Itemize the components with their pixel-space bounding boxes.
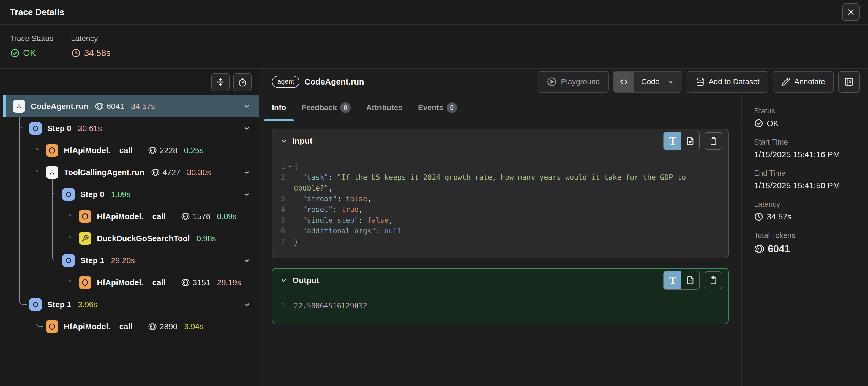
token-count: 3151 (181, 278, 211, 287)
span-name: ToolCallingAgent.run (64, 168, 145, 177)
end-time-group: End Time 1/15/2025 15:41:50 PM (754, 169, 863, 190)
tree-row[interactable]: HfApiModel.__call__15760.09s (3, 205, 259, 228)
output-copy-button[interactable] (705, 271, 722, 289)
row-expand-chevron[interactable] (243, 168, 251, 176)
code-text: "reset": true, (294, 204, 728, 215)
span-latency: 0.09s (217, 212, 237, 221)
model-span-icon (46, 320, 58, 333)
span-name: CodeAgent.run (31, 102, 88, 111)
tree-row[interactable]: Step 030.61s (3, 117, 259, 139)
row-expand-chevron[interactable] (243, 124, 251, 132)
span-name: Step 1 (80, 256, 104, 265)
fold-chevron-icon[interactable] (287, 164, 292, 169)
code-line: 4 "reset": true, (273, 204, 728, 215)
playground-button[interactable]: Playground (538, 71, 609, 92)
panel-toggle-icon (844, 77, 854, 87)
clock-icon (71, 48, 81, 58)
row-expand-chevron[interactable] (243, 256, 251, 265)
span-latency: 0.98s (196, 234, 216, 243)
line-number: 2 (273, 172, 294, 194)
input-card: Input T (272, 129, 729, 258)
tab-feedback[interactable]: Feedback0 (293, 95, 358, 121)
expand-collapse-rows-button[interactable] (211, 73, 229, 91)
span-name: DuckDuckGoSearchTool (97, 234, 190, 243)
trace-latency-label: Latency (71, 34, 111, 43)
tab-events[interactable]: Events0 (410, 95, 465, 121)
tree-row[interactable]: Step 01.09s (3, 183, 259, 205)
titlebar: Trace Details (0, 0, 868, 25)
trace-summary: Trace Status OK Latency 34.58s (0, 25, 868, 69)
code-line: 122.58064516129032 (273, 301, 728, 311)
code-dropdown[interactable]: Code (634, 71, 682, 92)
line-number: 1 (273, 161, 294, 172)
code-text: } (294, 237, 728, 247)
span-name: HfApiModel.__call__ (64, 146, 142, 155)
collapse-input-chevron[interactable] (280, 137, 288, 145)
tab-info[interactable]: Info (264, 95, 293, 121)
total-tokens-group: Total Tokens 6041 (754, 231, 863, 255)
tree-row[interactable]: Step 129.20s (3, 249, 259, 271)
tab-count-badge: 0 (447, 102, 457, 113)
tab-attributes[interactable]: Attributes (358, 95, 410, 121)
code-text: "task": "If the US keeps it 2024 growth … (294, 172, 728, 194)
token-count: 6041 (95, 102, 124, 111)
tree-row[interactable]: HfApiModel.__call__22280.25s (3, 139, 259, 161)
trace-status-stat: Trace Status OK (10, 34, 53, 68)
output-text-mode-button[interactable]: T (664, 271, 681, 289)
panel-toggle-button[interactable] (838, 71, 860, 92)
span-latency: 29.19s (217, 278, 241, 287)
model-span-icon (79, 276, 91, 289)
status-label: Status (754, 107, 863, 115)
tokens-icon (95, 102, 104, 111)
output-card: Output T (272, 268, 729, 324)
input-copy-button[interactable] (705, 132, 722, 150)
span-latency: 30.61s (78, 124, 102, 133)
span-tree-panel: CodeAgent.run604134.57sStep 030.61sHfApi… (0, 69, 259, 386)
tree-row[interactable]: DuckDuckGoSearchTool0.98s (3, 228, 259, 249)
tab-label: Attributes (366, 103, 402, 112)
step-span-icon (62, 188, 75, 201)
code-brackets-icon[interactable] (614, 71, 634, 92)
output-json-mode-button[interactable] (681, 271, 699, 289)
start-time-label: Start Time (754, 138, 863, 146)
tree-toolbar (0, 69, 259, 95)
input-code-block: 1{2 "task": "If the US keeps it 2024 gro… (273, 153, 728, 258)
row-expand-chevron[interactable] (243, 190, 251, 199)
output-title: Output (292, 276, 319, 285)
latency-label: Latency (754, 200, 863, 209)
model-span-icon (79, 210, 91, 223)
stopwatch-icon (238, 77, 247, 87)
tree-row[interactable]: Step 13.96s (3, 294, 259, 316)
total-tokens-label: Total Tokens (754, 231, 863, 240)
step-span-icon (62, 254, 75, 267)
add-to-dataset-button[interactable]: Add to Dataset (687, 71, 768, 92)
span-name: Step 0 (80, 190, 104, 199)
row-expand-chevron[interactable] (243, 300, 251, 309)
code-line: 2 "task": "If the US keeps it 2024 growt… (273, 172, 728, 194)
collapse-output-chevron[interactable] (280, 276, 288, 285)
span-latency: 0.25s (184, 146, 204, 155)
text-mode-icon: T (669, 275, 677, 285)
chevron-down-icon (667, 78, 675, 86)
trace-status-value: OK (10, 48, 53, 58)
check-circle-icon (754, 119, 764, 128)
span-header: agent CodeAgent.run Playground (259, 69, 868, 95)
input-json-mode-button[interactable] (681, 132, 699, 150)
close-button[interactable] (842, 3, 860, 21)
tree-row[interactable]: HfApiModel.__call__315129.19s (3, 271, 259, 294)
pencil-icon (782, 77, 790, 86)
row-expand-chevron[interactable] (243, 102, 251, 110)
code-split-button[interactable]: Code (613, 71, 682, 92)
input-text-mode-button[interactable]: T (664, 132, 681, 150)
code-text: { (294, 161, 728, 172)
timing-toggle-button[interactable] (234, 73, 252, 91)
tree-row[interactable]: CodeAgent.run604134.57s (3, 95, 259, 117)
span-title: CodeAgent.run (304, 77, 364, 86)
tree-row[interactable]: HfApiModel.__call__28903.94s (3, 316, 259, 337)
annotate-button[interactable]: Annotate (773, 71, 834, 92)
text-mode-icon: T (669, 136, 677, 146)
span-kind-badge: agent (272, 76, 300, 88)
line-number: 6 (273, 226, 294, 237)
tree-row[interactable]: ToolCallingAgent.run472730.30s (3, 161, 259, 183)
model-span-icon (46, 144, 58, 157)
